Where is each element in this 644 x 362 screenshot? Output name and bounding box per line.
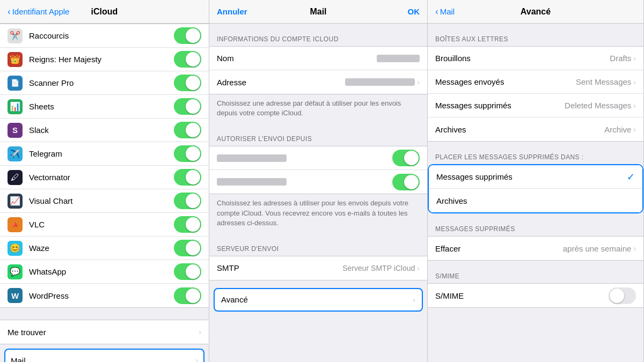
autoriser-section: AUTORISER L'ENVOI DEPUIS Choisissez les …: [209, 135, 427, 233]
panel-avance: ‹ Mail Avancé BOÎTES AUX LETTRES Brouill…: [428, 0, 644, 362]
list-item[interactable]: 🔺 VLC: [0, 213, 209, 237]
vectornator-icon: 🖊: [8, 170, 23, 185]
slack-toggle[interactable]: [174, 122, 201, 138]
list-item[interactable]: S Slack: [0, 119, 209, 142]
whatsapp-icon: 💬: [8, 264, 23, 279]
vectornator-toggle[interactable]: [174, 169, 201, 186]
telegram-toggle[interactable]: [174, 145, 201, 162]
back-to-identifiant[interactable]: ‹ Identifiant Apple: [8, 6, 69, 17]
raccourcis-toggle[interactable]: [174, 27, 201, 44]
adresse-chevron-icon: ›: [417, 78, 420, 86]
effacer-chevron-icon: ›: [633, 244, 636, 253]
placer-section: PLACER LES MESSAGES SUPPRIMÉS DANS : Mes…: [428, 153, 643, 213]
autoriser-email1: [217, 154, 287, 162]
mail-chevron-icon: ›: [195, 356, 198, 362]
autoriser-toggle2[interactable]: [392, 174, 420, 190]
list-item[interactable]: 📈 Visual Chart: [0, 189, 209, 213]
list-item[interactable]: W WordPress: [0, 284, 209, 307]
reigns-toggle[interactable]: [174, 51, 201, 68]
telegram-icon: ✈️: [8, 146, 23, 161]
list-item[interactable]: 📊 Sheets: [0, 95, 209, 119]
placer-header: PLACER LES MESSAGES SUPPRIMÉS DANS :: [428, 153, 643, 164]
raccourcis-icon: ✂️: [8, 28, 23, 43]
vlc-icon: 🔺: [8, 217, 23, 232]
messages-supprimes-header: MESSAGES SUPPRIMÉS: [428, 225, 643, 236]
autoriser-header: AUTORISER L'ENVOI DEPUIS: [209, 135, 427, 146]
avance-section: Avancé ›: [209, 288, 427, 312]
scanner-toggle[interactable]: [174, 75, 201, 91]
smime-header: S/MIME: [428, 272, 643, 283]
messages-envoyes-row[interactable]: Messages envoyés Sent Messages ›: [428, 70, 643, 94]
list-item[interactable]: 📄 Scanner Pro: [0, 71, 209, 95]
me-trouver-chevron-icon: ›: [199, 328, 201, 336]
panel2-nav: Annuler Mail OK: [209, 0, 427, 24]
panel-mail: Annuler Mail OK INFORMATIONS DU COMPTE I…: [209, 0, 428, 362]
ok-button[interactable]: OK: [408, 7, 420, 16]
smtp-row[interactable]: SMTP Serveur SMTP iCloud ›: [209, 256, 427, 280]
list-item[interactable]: ✈️ Telegram: [0, 142, 209, 166]
wordpress-toggle[interactable]: [174, 287, 201, 304]
panel1-content: ✂️ Raccourcis 👑 Reigns: Her Majesty 📄 Sc…: [0, 24, 209, 362]
smtp-value: Serveur SMTP iCloud: [342, 264, 415, 272]
adresse-value: [345, 78, 415, 86]
panel1-title: iCloud: [91, 7, 118, 17]
archives-row[interactable]: Archives Archive ›: [428, 117, 643, 141]
messages-supprimes-row[interactable]: Messages supprimés Deleted Messages ›: [428, 94, 643, 117]
panel3-nav: ‹ Mail Avancé: [428, 0, 643, 24]
mail-row[interactable]: Mail ›: [4, 349, 204, 362]
panel3-content: BOÎTES AUX LETTRES Brouillons Drafts › M…: [428, 24, 643, 362]
messages-supprimes-opt[interactable]: Messages supprimés ✓: [429, 165, 642, 189]
cancel-button[interactable]: Annuler: [217, 7, 247, 16]
back-chevron-icon: ‹: [435, 6, 438, 17]
list-item[interactable]: 💬 WhatsApp: [0, 260, 209, 284]
waze-icon: 😊: [8, 241, 23, 256]
nom-value: [377, 55, 420, 62]
mailboxes-section: BOÎTES AUX LETTRES Brouillons Drafts › M…: [428, 35, 643, 142]
list-item[interactable]: 👑 Reigns: Her Majesty: [0, 48, 209, 71]
checkmark-icon: ✓: [627, 171, 635, 183]
brouillons-row[interactable]: Brouillons Drafts ›: [428, 47, 643, 70]
panel2-title: Mail: [310, 7, 326, 17]
sheets-icon: 📊: [8, 99, 23, 114]
autoriser-email2: [217, 178, 287, 186]
list-item[interactable]: 😊 Waze: [0, 237, 209, 260]
panel3-title: Avancé: [521, 7, 551, 17]
list-item[interactable]: 🖊 Vectornator: [0, 166, 209, 189]
vlc-toggle[interactable]: [174, 216, 201, 233]
avance-row[interactable]: Avancé ›: [214, 288, 423, 312]
back-to-mail[interactable]: ‹ Mail: [435, 6, 455, 17]
sheets-toggle[interactable]: [174, 98, 201, 115]
whatsapp-toggle[interactable]: [174, 263, 201, 280]
adresse-row[interactable]: Adresse ›: [209, 70, 427, 94]
nom-row[interactable]: Nom: [209, 47, 427, 70]
autoriser-toggle1[interactable]: [392, 150, 420, 166]
wordpress-icon: W: [8, 288, 23, 303]
smime-section: S/MIME S/MIME: [428, 272, 643, 308]
autoriser-info-text: Choisissez les adresses à utiliser pour …: [209, 194, 427, 233]
effacer-row[interactable]: Effacer après une semaine ›: [428, 237, 643, 260]
smime-row[interactable]: S/MIME: [428, 284, 643, 307]
visual-chart-toggle[interactable]: [174, 193, 201, 209]
placer-selected-box: Messages supprimés ✓ Archives: [428, 164, 643, 213]
adresse-info-text: Choisissez une adresse par défaut à util…: [209, 94, 427, 123]
panel2-content: INFORMATIONS DU COMPTE ICLOUD Nom Adress…: [209, 24, 427, 362]
brouillons-chevron-icon: ›: [633, 54, 636, 63]
smime-toggle[interactable]: [609, 287, 636, 304]
me-trouver-row[interactable]: Me trouver ›: [0, 320, 209, 344]
autoriser-row2[interactable]: [209, 170, 427, 194]
envoyes-chevron-icon: ›: [633, 78, 636, 86]
serveur-section: SERVEUR D'ENVOI SMTP Serveur SMTP iCloud…: [209, 245, 427, 280]
back-chevron-icon: ‹: [8, 6, 11, 17]
archives-chevron-icon: ›: [633, 125, 636, 134]
list-item[interactable]: ✂️ Raccourcis: [0, 24, 209, 48]
visual-chart-icon: 📈: [8, 194, 23, 209]
info-compte-section: INFORMATIONS DU COMPTE ICLOUD Nom Adress…: [209, 35, 427, 123]
panel-icloud: ‹ Identifiant Apple iCloud ✂️ Raccourcis…: [0, 0, 209, 362]
waze-toggle[interactable]: [174, 240, 201, 256]
autoriser-row1[interactable]: [209, 146, 427, 170]
panel1-nav: ‹ Identifiant Apple iCloud: [0, 0, 209, 24]
avance-chevron-icon: ›: [413, 295, 415, 304]
mailboxes-header: BOÎTES AUX LETTRES: [428, 35, 643, 46]
archives-opt[interactable]: Archives: [429, 189, 642, 212]
smtp-chevron-icon: ›: [417, 264, 420, 272]
